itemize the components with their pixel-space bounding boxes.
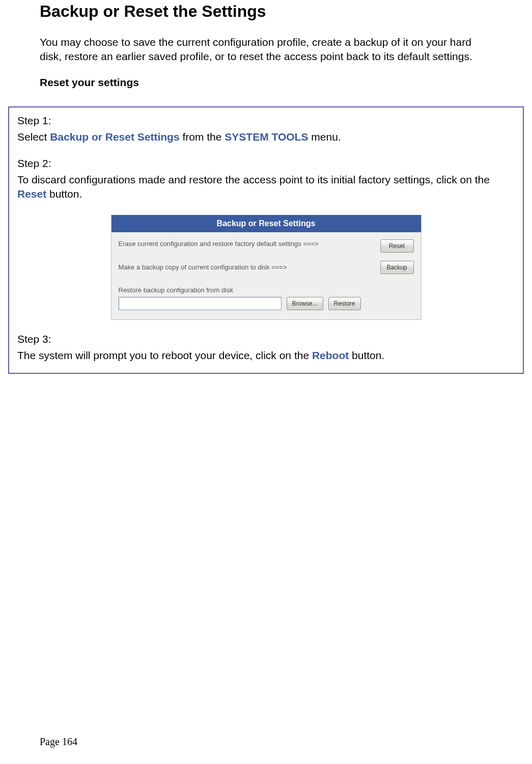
subheading-reset: Reset your settings [40, 76, 492, 89]
step-1-link-backup-reset: Backup or Reset Settings [50, 131, 179, 143]
widget-screenshot: Backup or Reset Settings Erase current c… [17, 215, 515, 320]
step-1-menu-system-tools: SYSTEM TOOLS [225, 131, 308, 143]
step-2-text: To discard configurations made and resto… [17, 173, 515, 202]
step-3-text: The system will prompt you to reboot you… [17, 348, 515, 363]
browse-button[interactable]: Browse... [287, 297, 323, 310]
step-1-text: Select Backup or Reset Settings from the… [17, 130, 515, 144]
restore-button[interactable]: Restore [328, 297, 361, 310]
intro-paragraph: You may choose to save the current confi… [40, 35, 492, 64]
step-3-suffix: button. [349, 349, 384, 361]
row-restore-controls: Browse... Restore [119, 297, 414, 310]
row-backup-text: Make a backup copy of current configurat… [119, 263, 373, 271]
step-2-prefix: To discard configurations made and resto… [17, 174, 490, 185]
panel-title: Backup or Reset Settings [111, 215, 421, 232]
step-2-suffix: button. [46, 188, 82, 200]
step-1-suffix: menu. [308, 131, 341, 143]
reset-button[interactable]: Reset [380, 239, 414, 253]
page-number: Page 164 [40, 736, 77, 748]
step-3-link-reboot: Reboot [312, 349, 349, 361]
step-1-prefix: Select [17, 131, 50, 143]
step-1-mid: from the [180, 131, 225, 143]
page-title: Backup or Reset the Settings [40, 2, 492, 21]
restore-file-input[interactable] [119, 297, 282, 310]
row-erase: Erase current configuration and restore … [119, 239, 414, 253]
step-1-label: Step 1: [17, 115, 515, 127]
row-backup: Make a backup copy of current configurat… [119, 261, 414, 274]
backup-button[interactable]: Backup [380, 261, 414, 274]
step-2-link-reset: Reset [17, 188, 46, 200]
step-3-label: Step 3: [17, 333, 515, 345]
panel-body: Erase current configuration and restore … [111, 232, 421, 319]
step-2-label: Step 2: [17, 157, 515, 170]
row-restore-label: Restore backup configuration from disk [119, 286, 414, 294]
steps-box: Step 1: Select Backup or Reset Settings … [8, 106, 524, 374]
step-3-prefix: The system will prompt you to reboot you… [17, 349, 312, 361]
backup-reset-panel: Backup or Reset Settings Erase current c… [111, 215, 422, 320]
row-erase-text: Erase current configuration and restore … [119, 239, 373, 249]
